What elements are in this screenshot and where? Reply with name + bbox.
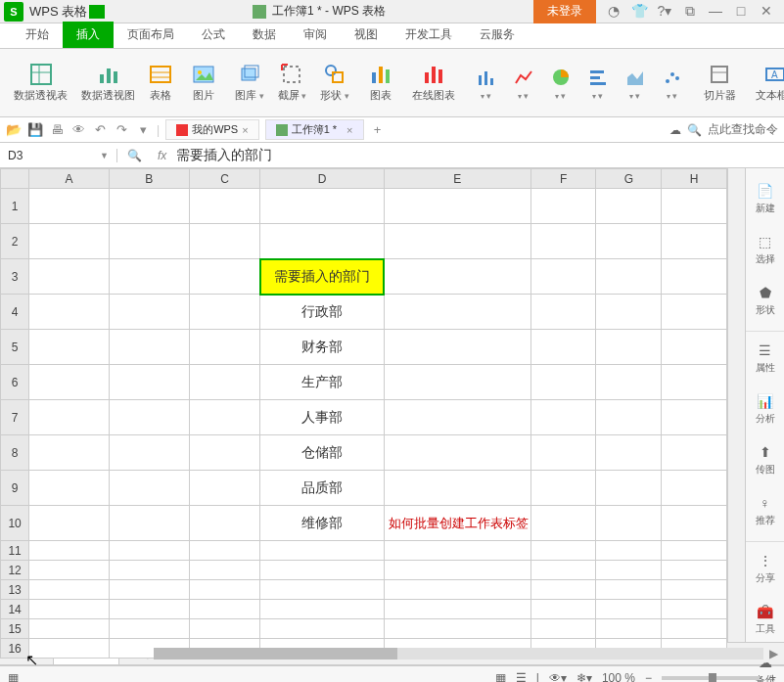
- cell-C10[interactable]: [189, 506, 259, 541]
- cell-D7[interactable]: 人事部: [260, 400, 385, 435]
- cell-E5[interactable]: [384, 330, 530, 365]
- ribbon-shapes[interactable]: 形状: [314, 61, 355, 105]
- cell-D4[interactable]: 行政部: [260, 295, 385, 330]
- cell-C6[interactable]: [189, 365, 259, 400]
- cell-F1[interactable]: [530, 189, 596, 224]
- cell-B12[interactable]: [109, 561, 189, 580]
- cell-F7[interactable]: [530, 400, 596, 435]
- more-icon[interactable]: ▾: [135, 122, 151, 138]
- zoom-level[interactable]: 100 %: [602, 671, 635, 683]
- panel-select[interactable]: ⬚选择: [746, 229, 784, 270]
- cell-C8[interactable]: [189, 435, 259, 471]
- cell-B11[interactable]: [109, 541, 189, 561]
- col-header-C[interactable]: C: [189, 169, 259, 189]
- ribbon-bar-chart[interactable]: ▾: [580, 64, 616, 103]
- row-header-9[interactable]: 9: [1, 471, 29, 506]
- cell-G6[interactable]: [596, 365, 662, 400]
- horizontal-scrollbar[interactable]: [154, 648, 763, 659]
- cell-H10[interactable]: [662, 506, 727, 541]
- menu-tab-5[interactable]: 审阅: [290, 22, 341, 48]
- help-icon[interactable]: ?▾: [657, 3, 672, 20]
- cell-E8[interactable]: [384, 435, 530, 471]
- login-button[interactable]: 未登录: [533, 0, 596, 23]
- cell-H5[interactable]: [662, 330, 727, 365]
- cell-D1[interactable]: [260, 189, 385, 224]
- panel-props[interactable]: ☰属性: [746, 331, 784, 379]
- freeze-icon[interactable]: ❄▾: [576, 671, 592, 683]
- zoom-out-icon[interactable]: −: [645, 671, 652, 683]
- view-normal-icon[interactable]: ▦: [495, 671, 506, 683]
- shirt-icon[interactable]: 👕: [631, 3, 647, 20]
- row-header-11[interactable]: 11: [1, 541, 29, 561]
- cell-D14[interactable]: [260, 600, 385, 619]
- fx-label[interactable]: fx: [152, 149, 172, 162]
- cell-F12[interactable]: [530, 561, 596, 580]
- cell-G1[interactable]: [596, 189, 662, 224]
- close-icon[interactable]: ×: [346, 124, 352, 136]
- cell-B1[interactable]: [109, 189, 189, 224]
- app-dropdown-icon[interactable]: [89, 5, 105, 19]
- cell-A10[interactable]: [29, 506, 110, 541]
- cell-C14[interactable]: [189, 600, 259, 619]
- ribbon-col-chart[interactable]: ▾: [469, 64, 504, 103]
- cell-F2[interactable]: [530, 224, 596, 259]
- cell-A15[interactable]: [29, 619, 110, 639]
- cell-C11[interactable]: [189, 541, 259, 561]
- cell-B2[interactable]: [109, 224, 189, 259]
- cell-B3[interactable]: [109, 259, 189, 295]
- cell-F9[interactable]: [530, 471, 596, 506]
- row-header-3[interactable]: 3: [1, 259, 29, 295]
- cell-H14[interactable]: [662, 600, 727, 619]
- ribbon-textbox[interactable]: A文本框: [750, 61, 784, 105]
- select-all-corner[interactable]: [1, 169, 29, 189]
- cell-A5[interactable]: [29, 330, 110, 365]
- col-header-B[interactable]: B: [109, 169, 189, 189]
- cell-A7[interactable]: [29, 400, 110, 435]
- redo-icon[interactable]: ↷: [114, 122, 129, 138]
- cell-E15[interactable]: [384, 619, 530, 639]
- cell-E6[interactable]: [384, 365, 530, 400]
- menu-tab-0[interactable]: 开始: [12, 22, 63, 48]
- cell-C2[interactable]: [189, 224, 259, 259]
- cell-E4[interactable]: [384, 295, 530, 330]
- cell-B9[interactable]: [109, 471, 189, 506]
- cell-D12[interactable]: [260, 561, 385, 580]
- cell-B15[interactable]: [109, 619, 189, 639]
- cell-C15[interactable]: [189, 619, 259, 639]
- cell-H11[interactable]: [662, 541, 727, 561]
- row-header-2[interactable]: 2: [1, 224, 29, 259]
- cell-D3[interactable]: 需要插入的部门: [260, 259, 385, 295]
- col-header-H[interactable]: H: [662, 169, 727, 189]
- zoom-slider[interactable]: [662, 676, 760, 680]
- cell-B10[interactable]: [109, 506, 189, 541]
- ribbon-slicer[interactable]: 切片器: [698, 61, 742, 105]
- cell-E7[interactable]: [384, 400, 530, 435]
- undo-icon[interactable]: ↶: [92, 122, 108, 138]
- eye-icon[interactable]: 👁▾: [549, 671, 567, 683]
- cell-D8[interactable]: 仓储部: [260, 435, 385, 471]
- cell-E10[interactable]: 如何批量创建工作表标签: [384, 506, 530, 541]
- ribbon-pivot-table[interactable]: 数据透视表: [8, 61, 73, 105]
- row-header-1[interactable]: 1: [1, 189, 29, 224]
- slider-thumb[interactable]: [709, 673, 716, 683]
- cell-D10[interactable]: 维修部: [260, 506, 385, 541]
- col-header-A[interactable]: A: [29, 169, 110, 189]
- cloud-icon[interactable]: ☁: [669, 123, 681, 137]
- menu-tab-1[interactable]: 插入: [63, 22, 114, 48]
- cell-G13[interactable]: [596, 580, 662, 600]
- vertical-scrollbar[interactable]: [727, 168, 745, 642]
- search-label[interactable]: 点此查找命令: [708, 121, 778, 138]
- row-header-13[interactable]: 13: [1, 580, 29, 600]
- panel-shape[interactable]: ⬟形状: [746, 280, 784, 321]
- cell-G14[interactable]: [596, 600, 662, 619]
- cell-A4[interactable]: [29, 295, 110, 330]
- cell-E1[interactable]: [384, 189, 530, 224]
- cell-B6[interactable]: [109, 365, 189, 400]
- cell-H13[interactable]: [662, 580, 727, 600]
- close-window-icon[interactable]: ✕: [759, 3, 774, 20]
- cell-H6[interactable]: [662, 365, 727, 400]
- cell-E14[interactable]: [384, 600, 530, 619]
- row-header-7[interactable]: 7: [1, 400, 29, 435]
- col-header-F[interactable]: F: [530, 169, 596, 189]
- search-icon[interactable]: 🔍: [687, 123, 702, 137]
